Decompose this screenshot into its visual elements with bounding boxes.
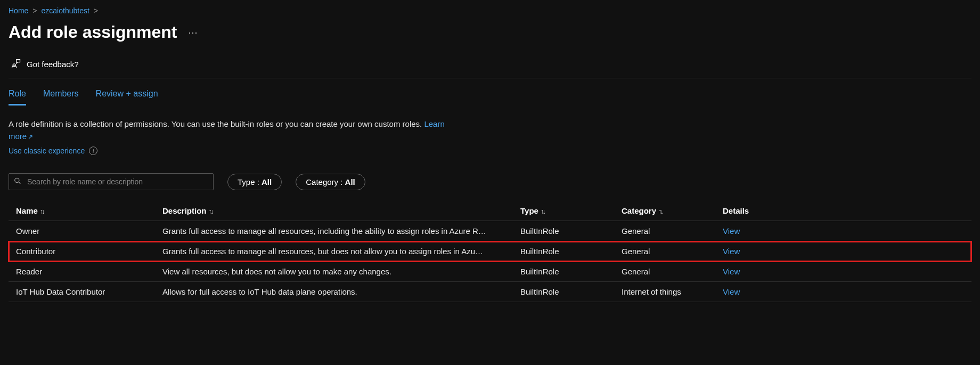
- svg-point-1: [15, 178, 19, 182]
- breadcrumb-home[interactable]: Home: [9, 6, 28, 15]
- cell-type: BuiltInRole: [520, 247, 622, 256]
- view-link[interactable]: View: [723, 287, 740, 296]
- external-link-icon: ↗: [28, 133, 33, 141]
- cell-name: Reader: [16, 267, 162, 276]
- svg-line-2: [19, 182, 21, 184]
- cell-description: View all resources, but does not allow y…: [162, 267, 520, 276]
- sort-icon: ↑↓: [40, 207, 44, 215]
- tab-role[interactable]: Role: [9, 89, 26, 106]
- column-header-category[interactable]: Category↑↓: [622, 206, 723, 215]
- table-row[interactable]: IoT Hub Data Contributor Allows for full…: [9, 282, 971, 302]
- feedback-label: Got feedback?: [27, 60, 79, 69]
- column-header-details: Details: [723, 206, 829, 215]
- search-input[interactable]: [9, 173, 214, 190]
- cell-name: Owner: [16, 226, 162, 236]
- column-header-description[interactable]: Description↑↓: [162, 206, 520, 215]
- cell-type: BuiltInRole: [520, 287, 622, 296]
- sort-icon: ↑↓: [658, 207, 662, 215]
- table-row[interactable]: Owner Grants full access to manage all r…: [9, 221, 971, 241]
- role-description-text: A role definition is a collection of per…: [9, 119, 424, 128]
- sort-icon: ↑↓: [541, 207, 544, 215]
- filter-type-button[interactable]: Type : All: [227, 174, 282, 190]
- tab-review-assign[interactable]: Review + assign: [96, 89, 158, 106]
- cell-description: Grants full access to manage all resourc…: [162, 247, 520, 256]
- cell-name: Contributor: [16, 247, 162, 256]
- feedback-link[interactable]: Got feedback?: [9, 53, 971, 78]
- cell-name: IoT Hub Data Contributor: [16, 287, 162, 296]
- cell-category: General: [622, 247, 723, 256]
- breadcrumb-resource[interactable]: ezcaiothubtest: [42, 6, 89, 15]
- search-icon: [14, 177, 21, 186]
- info-icon[interactable]: i: [89, 147, 97, 155]
- cell-category: Internet of things: [622, 287, 723, 296]
- chevron-right-icon: >: [94, 6, 98, 15]
- tabs: Role Members Review + assign: [9, 78, 971, 106]
- cell-type: BuiltInRole: [520, 226, 622, 236]
- column-header-type[interactable]: Type↑↓: [520, 206, 622, 215]
- person-feedback-icon: [11, 58, 21, 70]
- view-link[interactable]: View: [723, 267, 740, 276]
- filter-category-button[interactable]: Category : All: [296, 174, 365, 190]
- view-link[interactable]: View: [723, 247, 740, 256]
- column-header-name[interactable]: Name↑↓: [16, 206, 162, 215]
- page-title: Add role assignment: [9, 22, 177, 42]
- cell-description: Allows for full access to IoT Hub data p…: [162, 287, 520, 296]
- view-link[interactable]: View: [723, 226, 740, 236]
- cell-type: BuiltInRole: [520, 267, 622, 276]
- cell-category: General: [622, 267, 723, 276]
- tab-members[interactable]: Members: [43, 89, 79, 106]
- table-row[interactable]: Reader View all resources, but does not …: [9, 262, 971, 282]
- cell-description: Grants full access to manage all resourc…: [162, 226, 520, 236]
- sort-icon: ↑↓: [209, 207, 213, 215]
- table-row[interactable]: Contributor Grants full access to manage…: [9, 241, 971, 262]
- use-classic-link[interactable]: Use classic experience: [9, 147, 85, 155]
- cell-category: General: [622, 226, 723, 236]
- roles-table: Name↑↓ Description↑↓ Type↑↓ Category↑↓ D…: [9, 201, 971, 302]
- more-actions-button[interactable]: ⋯: [188, 27, 198, 38]
- breadcrumb: Home > ezcaiothubtest >: [9, 4, 971, 17]
- chevron-right-icon: >: [32, 6, 37, 15]
